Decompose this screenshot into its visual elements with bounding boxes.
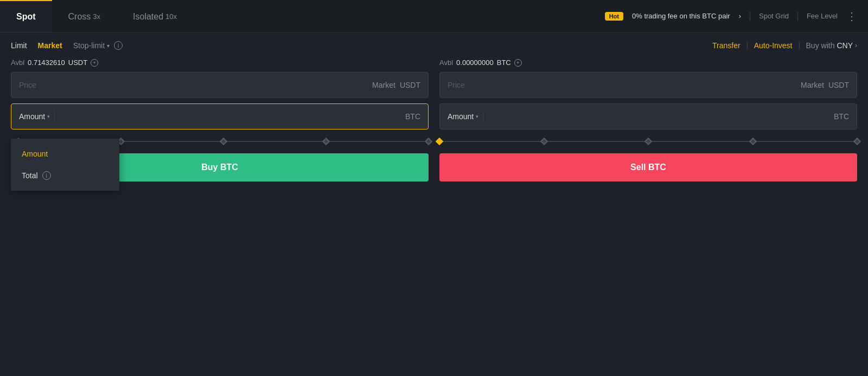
buy-slider-dot-100[interactable] (425, 138, 432, 145)
sell-slider-dot-0[interactable] (436, 138, 443, 145)
top-bar: Spot Cross 3x Isolated 10x Hot 0% tradin… (0, 0, 868, 33)
topbar-right: Hot 0% trading fee on this BTC pair › Sp… (605, 10, 868, 23)
buy-price-field[interactable]: Price Market USDT (11, 72, 429, 98)
buy-avbl-currency: USDT (68, 59, 87, 67)
dropdown-total-info-icon[interactable]: i (42, 171, 51, 180)
buy-avbl-row: Avbl 0.71432610 USDT + (11, 59, 429, 67)
buy-price-currency: USDT (400, 81, 420, 89)
tab-spot[interactable]: Spot (0, 0, 52, 32)
buy-avbl-amount: 0.71432610 (28, 59, 65, 67)
sell-slider-track[interactable] (439, 141, 857, 142)
sell-price-currency: USDT (828, 81, 849, 89)
tab-spot-label: Spot (16, 12, 36, 22)
tab-isolated-label: Isolated (133, 12, 163, 22)
sell-price-field[interactable]: Price Market USDT (439, 72, 857, 98)
hot-badge: Hot (605, 12, 623, 21)
auto-invest-link[interactable]: Auto-Invest (754, 41, 793, 50)
divider (750, 12, 750, 21)
buy-panel: Avbl 0.71432610 USDT + Price Market USDT… (11, 59, 429, 367)
tab-cross-label: Cross (68, 12, 91, 22)
sell-amount-label: Amount (448, 112, 474, 121)
tab-isolated[interactable]: Isolated 10x (117, 0, 193, 32)
sell-btc-button[interactable]: Sell BTC (439, 153, 857, 181)
promo-text[interactable]: 0% trading fee on this BTC pair (632, 12, 730, 20)
sell-slider-dot-75[interactable] (749, 138, 756, 145)
buy-price-right: Market USDT (372, 81, 420, 89)
buy-avbl-plus-icon[interactable]: + (91, 59, 98, 67)
promo-arrow: › (739, 12, 741, 20)
dropdown-item-amount[interactable]: Amount (11, 143, 119, 165)
sell-panel: Avbl 0.00000000 BTC + Price Market USDT … (439, 59, 857, 367)
stop-limit-chevron[interactable]: ▾ (107, 43, 110, 49)
buy-amount-chevron: ▾ (47, 114, 50, 119)
sell-amount-currency: BTC (834, 112, 849, 121)
order-type-row: Limit Market Stop-limit ▾ i Transfer Aut… (11, 41, 857, 50)
stop-limit-row: Stop-limit ▾ (73, 41, 110, 50)
sell-avbl-row: Avbl 0.00000000 BTC + (439, 59, 857, 67)
sell-price-type: Market (801, 81, 824, 89)
sell-amount-field[interactable]: Amount ▾ BTC (439, 103, 857, 129)
buy-with-label: Buy with (806, 41, 835, 50)
buy-amount-dropdown[interactable]: Amount ▾ (19, 112, 50, 121)
cny-badge: CNY (837, 41, 853, 50)
sell-slider-row (439, 135, 857, 148)
amount-dropdown-menu: Amount Total i (11, 139, 119, 191)
sell-price-placeholder: Price (448, 81, 801, 89)
sell-slider-dot-100[interactable] (853, 138, 861, 145)
sell-slider-dot-50[interactable] (644, 138, 652, 145)
transfer-link[interactable]: Transfer (712, 41, 741, 50)
tab-isolated-badge: 10x (165, 12, 177, 21)
main-content: Limit Market Stop-limit ▾ i Transfer Aut… (0, 33, 868, 376)
divider4 (799, 41, 800, 50)
sell-amount-dropdown[interactable]: Amount ▾ (448, 112, 478, 121)
fee-level-link[interactable]: Fee Level (807, 12, 838, 20)
dropdown-amount-label: Amount (22, 150, 48, 158)
sell-avbl-amount: 0.00000000 (456, 59, 494, 67)
order-type-limit[interactable]: Limit (11, 41, 27, 50)
buy-avbl-label: Avbl (11, 59, 24, 67)
sell-price-right: Market USDT (801, 81, 849, 89)
sell-amount-chevron: ▾ (476, 114, 478, 119)
buy-amount-label: Amount (19, 112, 45, 121)
more-icon[interactable]: ⋮ (846, 10, 857, 23)
buy-amount-field[interactable]: Amount ▾ BTC (11, 103, 429, 129)
buy-slider-dot-75[interactable] (322, 138, 330, 145)
divider2 (797, 12, 798, 21)
chevron-right-icon: › (855, 42, 857, 49)
sell-slider-dot-25[interactable] (540, 138, 547, 145)
buy-with-row[interactable]: Buy with CNY › (806, 41, 857, 50)
sell-avbl-plus-icon[interactable]: + (514, 59, 522, 67)
buy-price-placeholder: Price (19, 81, 372, 89)
tab-cross-badge: 3x (93, 12, 100, 21)
sell-amount-separator (483, 111, 483, 122)
dropdown-item-total[interactable]: Total i (11, 165, 119, 186)
dropdown-total-label: Total (22, 171, 38, 180)
divider3 (747, 41, 748, 50)
buy-price-type: Market (372, 81, 395, 89)
order-type-right: Transfer Auto-Invest Buy with CNY › (712, 41, 857, 50)
buy-amount-currency: BTC (405, 112, 420, 121)
panels-row: Avbl 0.71432610 USDT + Price Market USDT… (11, 59, 857, 367)
buy-slider-dot-50[interactable] (220, 138, 227, 145)
info-icon[interactable]: i (114, 41, 123, 50)
sell-avbl-label: Avbl (439, 59, 453, 67)
tab-cross[interactable]: Cross 3x (52, 0, 117, 32)
order-type-market[interactable]: Market (38, 41, 62, 50)
spot-grid-link[interactable]: Spot Grid (759, 12, 789, 20)
order-type-stop-limit[interactable]: Stop-limit (73, 41, 105, 50)
buy-amount-separator (54, 111, 55, 122)
sell-avbl-currency: BTC (497, 59, 511, 67)
